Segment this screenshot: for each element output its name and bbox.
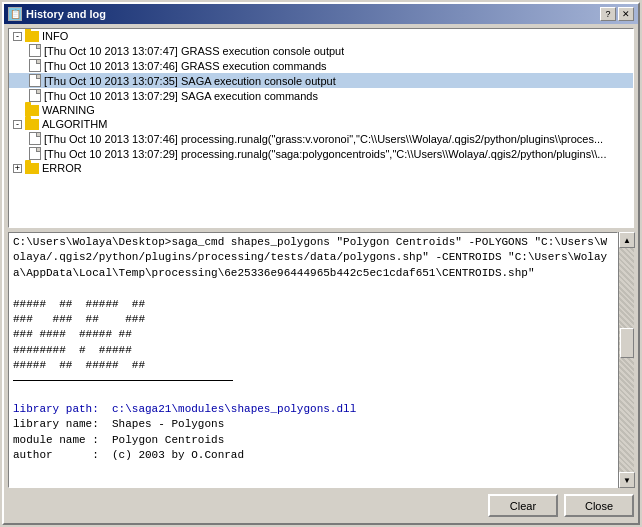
log-line-libpath: library path: c:\saga21\modules\shapes_p… — [13, 402, 613, 417]
tree-item-algo-2[interactable]: [Thu Oct 10 2013 13:07:29] processing.ru… — [9, 146, 633, 161]
log-line-libname: library name: Shapes - Polygons — [13, 417, 613, 432]
tree-label-saga-console: [Thu Oct 10 2013 13:07:35] SAGA executio… — [44, 75, 336, 87]
title-buttons: ? ✕ — [600, 7, 634, 21]
log-line-author: author : (c) 2003 by O.Conrad — [13, 448, 613, 463]
doc-icon-6 — [29, 147, 41, 160]
folder-info-icon — [25, 31, 39, 42]
log-line-hash2: ### ### ## ### — [13, 312, 613, 327]
log-line-hash3: ### #### ##### ## — [13, 327, 613, 342]
main-window: 📋 History and log ? ✕ - INFO [Thu Oct 10… — [2, 2, 640, 525]
tree-label-algo-1: [Thu Oct 10 2013 13:07:46] processing.ru… — [44, 133, 603, 145]
log-line-hash4: ######## # ##### — [13, 343, 613, 358]
title-bar: 📋 History and log ? ✕ — [4, 4, 638, 24]
tree-item-saga-console[interactable]: [Thu Oct 10 2013 13:07:35] SAGA executio… — [9, 73, 633, 88]
window-title: History and log — [26, 8, 106, 20]
folder-warning-icon — [25, 105, 39, 116]
tree-label-info: INFO — [42, 30, 68, 42]
doc-icon-2 — [29, 59, 41, 72]
doc-icon-1 — [29, 44, 41, 57]
doc-icon-4 — [29, 89, 41, 102]
help-button[interactable]: ? — [600, 7, 616, 21]
tree-item-algorithm[interactable]: - ALGORITHM — [9, 117, 633, 131]
clear-button[interactable]: Clear — [488, 494, 558, 517]
log-line-empty2 — [13, 387, 613, 402]
close-button[interactable]: Close — [564, 494, 634, 517]
title-bar-left: 📋 History and log — [8, 7, 106, 21]
scroll-thumb[interactable] — [620, 328, 634, 358]
scroll-track[interactable] — [619, 248, 634, 472]
tree-item-warning[interactable]: WARNING — [9, 103, 633, 117]
log-separator — [13, 380, 233, 381]
tree-item-grass-commands[interactable]: [Thu Oct 10 2013 13:07:46] GRASS executi… — [9, 58, 633, 73]
expand-info-icon[interactable]: - — [13, 32, 22, 41]
close-title-button[interactable]: ✕ — [618, 7, 634, 21]
expand-error-icon[interactable]: + — [13, 164, 22, 173]
log-wrapper: C:\Users\Wolaya\Desktop>saga_cmd shapes_… — [8, 232, 634, 488]
content-area: - INFO [Thu Oct 10 2013 13:07:47] GRASS … — [4, 24, 638, 523]
log-line-modname: module name : Polygon Centroids — [13, 433, 613, 448]
tree-item-info[interactable]: - INFO — [9, 29, 633, 43]
tree-item-saga-commands[interactable]: [Thu Oct 10 2013 13:07:29] SAGA executio… — [9, 88, 633, 103]
window-icon: 📋 — [8, 7, 22, 21]
tree-item-grass-console[interactable]: [Thu Oct 10 2013 13:07:47] GRASS executi… — [9, 43, 633, 58]
tree-label-error: ERROR — [42, 162, 82, 174]
tree-label-grass-console: [Thu Oct 10 2013 13:07:47] GRASS executi… — [44, 45, 344, 57]
tree-panel[interactable]: - INFO [Thu Oct 10 2013 13:07:47] GRASS … — [8, 28, 634, 228]
expand-algorithm-icon[interactable]: - — [13, 120, 22, 129]
folder-error-icon — [25, 163, 39, 174]
log-line-empty1 — [13, 281, 613, 296]
log-line-hash5: ##### ## ##### ## — [13, 358, 613, 373]
tree-item-error[interactable]: + ERROR — [9, 161, 633, 175]
tree-label-grass-commands: [Thu Oct 10 2013 13:07:46] GRASS executi… — [44, 60, 327, 72]
folder-algorithm-icon — [25, 119, 39, 130]
log-panel[interactable]: C:\Users\Wolaya\Desktop>saga_cmd shapes_… — [8, 232, 618, 488]
tree-item-algo-1[interactable]: [Thu Oct 10 2013 13:07:46] processing.ru… — [9, 131, 633, 146]
log-line-cmd: C:\Users\Wolaya\Desktop>saga_cmd shapes_… — [13, 235, 613, 281]
log-scrollbar[interactable]: ▲ ▼ — [618, 232, 634, 488]
doc-icon-3 — [29, 74, 41, 87]
scroll-up-btn[interactable]: ▲ — [619, 232, 635, 248]
doc-icon-5 — [29, 132, 41, 145]
scroll-down-btn[interactable]: ▼ — [619, 472, 635, 488]
tree-label-saga-commands: [Thu Oct 10 2013 13:07:29] SAGA executio… — [44, 90, 318, 102]
tree-label-warning: WARNING — [42, 104, 95, 116]
log-line-hash1: ##### ## ##### ## — [13, 297, 613, 312]
button-bar: Clear Close — [8, 492, 634, 519]
tree-label-algorithm: ALGORITHM — [42, 118, 107, 130]
tree-label-algo-2: [Thu Oct 10 2013 13:07:29] processing.ru… — [44, 148, 606, 160]
